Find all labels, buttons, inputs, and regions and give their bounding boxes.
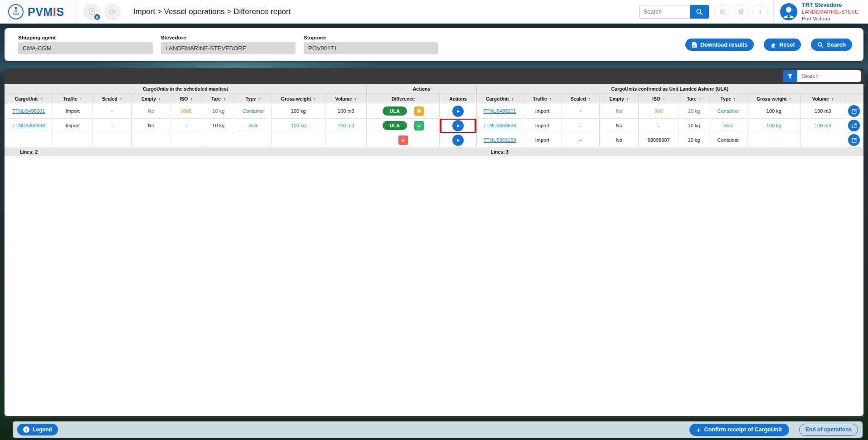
edit-cargounit-button[interactable] xyxy=(848,134,860,146)
sort-asc-icon: ↑ xyxy=(789,96,791,102)
user-location: Port Victoria xyxy=(802,15,858,22)
play-icon: ▶ xyxy=(457,138,460,142)
brand-name: PVMIS xyxy=(28,5,64,19)
cell-tare: 10 kg xyxy=(202,118,235,133)
cell-gross-weight: 100 kg xyxy=(747,104,801,118)
cell-traffic: Import xyxy=(53,104,92,118)
cell-type xyxy=(235,133,271,147)
cell-type: Bulk xyxy=(709,118,747,133)
edit-note-icon xyxy=(851,137,857,143)
cell-traffic: Import xyxy=(523,104,562,118)
confirm-receipt-button[interactable]: + Confirm receipt of CargoUnit xyxy=(689,424,789,436)
col-manifest-cargounit[interactable]: CargoUnit↑ xyxy=(5,93,53,104)
table-row: TTNU8498201 Import - No 9808 10 kg Conta… xyxy=(5,104,863,118)
cell-volume xyxy=(801,133,845,147)
global-search-button[interactable] xyxy=(690,5,709,19)
table-footer: Lines: 2 Lines: 3 xyxy=(5,147,863,156)
col-manifest-volume[interactable]: Volume↑ xyxy=(325,93,366,104)
col-ula-sealed[interactable]: Sealed↑ xyxy=(562,93,599,104)
shipping-agent-input[interactable] xyxy=(18,42,153,54)
breadcrumb: Import > Vessel operations > Difference … xyxy=(133,7,291,16)
difference-report-panel: CargoUnits in the scheduled manifest Act… xyxy=(4,68,864,418)
table-filter-button[interactable] xyxy=(783,70,797,82)
table-search-input[interactable] xyxy=(797,70,861,82)
edit-cargounit-button[interactable] xyxy=(848,105,860,117)
cell-gross-weight xyxy=(272,133,325,147)
stopover-label: Stopover xyxy=(304,35,438,40)
eraser-icon xyxy=(770,42,776,48)
cell-volume xyxy=(325,133,366,147)
col-ula-gross-weight[interactable]: Gross weight↑ xyxy=(747,93,801,104)
col-ula-traffic[interactable]: Traffic↑ xyxy=(523,93,562,104)
col-manifest-traffic[interactable]: Traffic↑ xyxy=(53,93,92,104)
group-header-actions: Actions xyxy=(367,84,476,93)
cell-traffic: Import xyxy=(53,118,92,133)
search-button[interactable]: Search xyxy=(811,39,852,51)
col-ula-volume[interactable]: Volume↑ xyxy=(801,93,845,104)
run-action-button[interactable]: ▶ xyxy=(452,135,464,146)
reset-button[interactable]: Reset xyxy=(764,39,801,51)
user-menu[interactable]: TRT Stevedore LANDEMARINE-STEVE Port Vic… xyxy=(774,2,868,22)
cell-iso: - xyxy=(170,118,202,133)
legend-button[interactable]: i Legend xyxy=(17,424,58,435)
cell-volume: 100 m3 xyxy=(801,118,845,133)
sort-asc-icon: ↑ xyxy=(120,96,122,102)
cargounit-link[interactable]: TTNU8358668 xyxy=(483,123,516,128)
cell-gross-weight: 100 kg xyxy=(272,104,325,118)
run-action-button[interactable]: ▶ xyxy=(452,120,464,131)
stevedore-input[interactable] xyxy=(161,42,296,54)
cargounit-link[interactable]: TTNU8498201 xyxy=(12,108,45,114)
cell-iso: 900 xyxy=(639,104,679,118)
cell-empty: No xyxy=(599,133,638,147)
col-manifest-gross-weight[interactable]: Gross weight↑ xyxy=(272,93,325,104)
cell-type: Container xyxy=(709,133,747,147)
power-icon xyxy=(719,9,726,15)
cargounit-link[interactable]: TTNU8498201 xyxy=(483,108,516,114)
difference-report-table: CargoUnits in the scheduled manifest Act… xyxy=(5,84,863,416)
download-results-button[interactable]: x Download results xyxy=(685,39,754,51)
settings-button[interactable]: ⚙ xyxy=(733,4,749,19)
col-manifest-iso[interactable]: ISO↑ xyxy=(170,93,202,104)
table-row: + ▶ TTNU8369159 Import - No 98098907 10 … xyxy=(5,133,863,147)
documents-count-badge: 0 xyxy=(93,13,101,21)
info-icon: i xyxy=(23,426,29,433)
global-search-input[interactable] xyxy=(639,5,690,19)
sort-asc-icon: ↑ xyxy=(223,96,225,102)
col-manifest-tare[interactable]: Tare↑ xyxy=(202,93,235,104)
col-manifest-type[interactable]: Type↑ xyxy=(235,93,271,104)
stopover-field: Stopover xyxy=(304,35,438,54)
group-header-ula: CargoUnits confirmed as Unit Landed Asho… xyxy=(476,84,863,93)
run-action-button[interactable]: ▶ xyxy=(452,106,464,117)
sort-asc-icon: ↑ xyxy=(663,96,665,102)
documents-button[interactable]: 0 xyxy=(83,4,100,20)
app-logo: ⚓ PVMIS xyxy=(0,0,77,24)
ula-status-pill: ULA xyxy=(383,106,407,116)
group-header-manifest: CargoUnits in the scheduled manifest xyxy=(5,84,367,93)
stevedore-field: Stevedore xyxy=(161,35,296,54)
col-ula-type[interactable]: Type↑ xyxy=(709,93,747,104)
edit-cargounit-button[interactable] xyxy=(848,120,860,131)
col-ula-tare[interactable]: Tare↑ xyxy=(679,93,709,104)
filter-panel: Shipping agent Stevedore Stopover x Down… xyxy=(5,28,863,61)
svg-text:x: x xyxy=(693,44,695,47)
cargounit-link[interactable]: TTNU8369159 xyxy=(483,137,516,143)
lines-count-manifest: Lines: 2 xyxy=(5,147,53,156)
end-of-operations-button[interactable]: End of operations xyxy=(799,424,858,436)
shipping-agent-label: Shipping agent xyxy=(18,35,153,40)
refresh-button[interactable]: ⟳ xyxy=(104,4,121,20)
cell-volume: 100 m3 xyxy=(325,104,366,118)
col-ula-empty[interactable]: Empty↑ xyxy=(599,93,638,104)
col-ula-cargounit[interactable]: CargoUnit↑ xyxy=(476,93,523,104)
app-header: ⚓ PVMIS 0 ⟳ Import > Vessel operations >… xyxy=(0,0,868,24)
stopover-input[interactable] xyxy=(304,42,438,54)
col-manifest-sealed[interactable]: Sealed↑ xyxy=(92,93,131,104)
sort-asc-icon: ↑ xyxy=(313,96,315,102)
about-button[interactable]: i xyxy=(752,4,768,19)
cell-type: Container xyxy=(235,104,271,118)
col-ula-iso[interactable]: ISO↑ xyxy=(639,93,679,104)
cargounit-link[interactable]: TTNU8358668 xyxy=(12,123,45,128)
cell-sealed xyxy=(92,133,131,147)
global-search xyxy=(639,5,709,19)
col-manifest-empty[interactable]: Empty↑ xyxy=(131,93,170,104)
logout-button[interactable] xyxy=(714,4,730,19)
